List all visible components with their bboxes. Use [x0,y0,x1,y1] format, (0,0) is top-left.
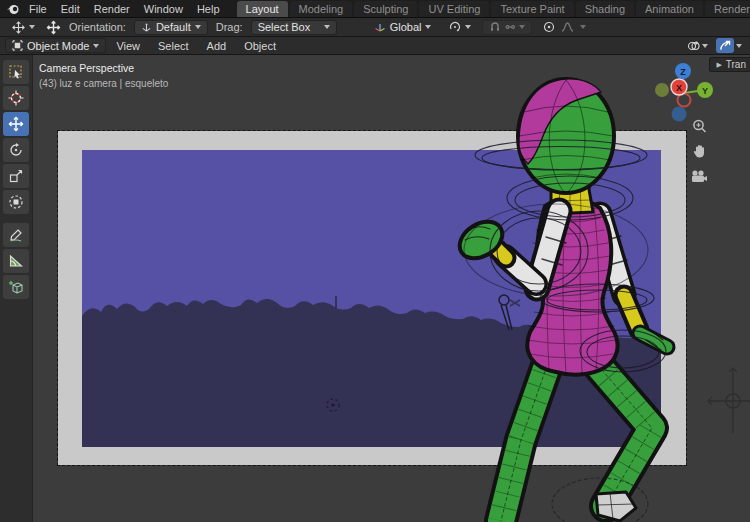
active-tool-move-icon[interactable] [46,20,61,35]
chevron-down-icon [324,25,330,29]
pivot-point-dropdown[interactable] [442,20,478,35]
show-gizmo-dropdown[interactable] [713,38,745,53]
chevron-down-icon [702,44,708,48]
menu-add[interactable]: Add [199,39,235,53]
tab-sculpting[interactable]: Sculpting [354,1,417,17]
orientation-dropdown[interactable]: Default [134,20,208,35]
toolbar [0,55,33,522]
tab-uv-editing[interactable]: UV Editing [419,1,489,17]
menu-window[interactable]: Window [137,2,190,16]
viewport-nav-buttons [688,117,710,185]
active-tool-dropdown[interactable] [5,20,42,35]
gizmo-z-label: Z [680,67,686,77]
tool-select-box[interactable] [3,60,29,84]
viewport-header: Object Mode View Select Add Object [0,37,750,55]
tool-scale[interactable] [3,164,29,188]
tool-measure[interactable] [3,249,29,273]
move-tool-icon [12,21,25,34]
transform-orientation-dropdown[interactable]: Global [367,20,439,35]
orientation-icon [141,22,152,33]
orientation-value: Default [156,21,191,33]
chevron-down-icon [29,25,35,29]
pivot-point-icon [449,21,461,33]
workspace-tabs: Layout Modeling Sculpting UV Editing Tex… [237,1,750,17]
menu-edit[interactable]: Edit [54,2,87,16]
menu-view[interactable]: View [108,39,148,53]
falloff-curve-icon [561,21,574,33]
3d-viewport[interactable]: Camera Perspective (43) luz e camera | e… [0,55,750,522]
chevron-down-icon [580,25,586,29]
tool-transform[interactable] [3,190,29,214]
drag-label: Drag: [216,21,243,33]
tab-animation[interactable]: Animation [636,1,703,17]
tab-rendering[interactable]: Rendering [705,1,750,17]
menu-object[interactable]: Object [236,39,284,53]
sidebar-tab-label: Tran [726,59,746,70]
gizmo-icon [719,40,731,52]
menu-render[interactable]: Render [87,2,137,16]
menu-select[interactable]: Select [150,39,197,53]
tool-settings-bar: Orientation: Default Drag: Select Box Gl… [0,18,750,37]
mode-value: Object Mode [27,40,89,52]
gizmo-toggle[interactable] [716,38,734,53]
tool-rotate[interactable] [3,138,29,162]
tool-add-cube[interactable] [3,275,29,299]
gizmo-y-label: Y [702,86,708,96]
menu-file[interactable]: File [22,2,54,16]
tool-move[interactable] [3,112,29,136]
drag-dropdown[interactable]: Select Box [251,20,337,35]
navigation-gizmo[interactable]: Z X Y [648,57,724,127]
camera-frame[interactable] [58,131,686,465]
transform-orientation-value: Global [390,21,422,33]
camera-view-button[interactable] [688,167,710,185]
global-axes-icon [374,21,386,33]
collection-object-name: (43) luz e camera | esqueleto [39,76,168,92]
blender-logo-icon[interactable] [6,2,20,15]
gizmo-x-label: X [676,83,682,93]
chevron-down-icon [93,44,99,48]
proportional-edit-icon [543,21,555,33]
tab-modeling[interactable]: Modeling [290,1,353,17]
viewport-overlay-text: Camera Perspective (43) luz e camera | e… [39,60,168,92]
tool-annotate[interactable] [3,223,29,247]
chevron-down-icon [195,25,201,29]
pan-hand-button[interactable] [688,142,710,160]
chevron-down-icon [736,44,742,48]
snap-settings-icon [504,21,516,33]
menu-help[interactable]: Help [190,2,227,16]
top-menu-bar: File Edit Render Window Help Layout Mode… [0,0,750,18]
show-overlays-dropdown[interactable] [684,38,711,53]
zoom-button[interactable] [688,117,710,135]
snap-magnet-icon [489,21,501,33]
snapping-group[interactable] [482,20,532,35]
chevron-down-icon [465,25,471,29]
chevron-down-icon [425,25,431,29]
tab-layout[interactable]: Layout [237,1,288,17]
camera-render-region [82,150,661,447]
empty-axes-object [708,368,750,433]
view-name: Camera Perspective [39,60,168,76]
tab-texture-paint[interactable]: Texture Paint [491,1,573,17]
proportional-editing-group[interactable] [536,20,593,35]
gizmo-axes[interactable]: Z X Y [655,63,713,122]
object-mode-icon [12,40,23,51]
overlays-icon [687,40,700,52]
chevron-down-icon [519,25,525,29]
drag-value: Select Box [258,21,311,33]
tool-cursor[interactable] [3,86,29,110]
skyline-silhouette [82,150,661,447]
mode-dropdown[interactable]: Object Mode [5,38,106,53]
tab-shading[interactable]: Shading [576,1,634,17]
orientation-label: Orientation: [69,21,126,33]
